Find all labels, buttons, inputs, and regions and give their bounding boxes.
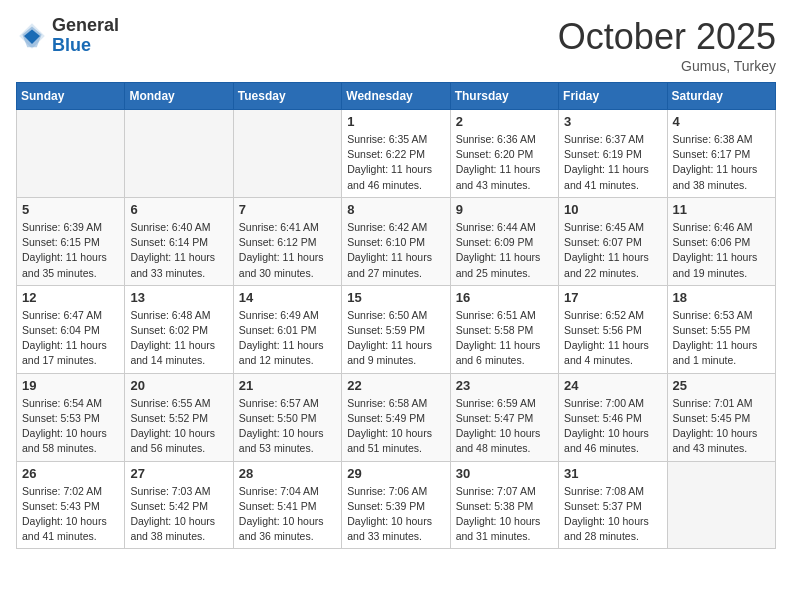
location-subtitle: Gumus, Turkey (558, 58, 776, 74)
day-info: Sunrise: 6:55 AM Sunset: 5:52 PM Dayligh… (130, 396, 227, 457)
calendar-cell: 22Sunrise: 6:58 AM Sunset: 5:49 PM Dayli… (342, 373, 450, 461)
day-info: Sunrise: 6:45 AM Sunset: 6:07 PM Dayligh… (564, 220, 661, 281)
weekday-header-friday: Friday (559, 83, 667, 110)
day-number: 18 (673, 290, 770, 305)
calendar-cell: 12Sunrise: 6:47 AM Sunset: 6:04 PM Dayli… (17, 285, 125, 373)
day-number: 16 (456, 290, 553, 305)
day-number: 5 (22, 202, 119, 217)
calendar-cell: 3Sunrise: 6:37 AM Sunset: 6:19 PM Daylig… (559, 110, 667, 198)
day-info: Sunrise: 6:42 AM Sunset: 6:10 PM Dayligh… (347, 220, 444, 281)
day-number: 22 (347, 378, 444, 393)
day-number: 19 (22, 378, 119, 393)
day-info: Sunrise: 7:08 AM Sunset: 5:37 PM Dayligh… (564, 484, 661, 545)
calendar-cell: 4Sunrise: 6:38 AM Sunset: 6:17 PM Daylig… (667, 110, 775, 198)
day-info: Sunrise: 6:40 AM Sunset: 6:14 PM Dayligh… (130, 220, 227, 281)
day-number: 12 (22, 290, 119, 305)
calendar-cell: 19Sunrise: 6:54 AM Sunset: 5:53 PM Dayli… (17, 373, 125, 461)
week-row-4: 19Sunrise: 6:54 AM Sunset: 5:53 PM Dayli… (17, 373, 776, 461)
day-number: 9 (456, 202, 553, 217)
day-info: Sunrise: 6:36 AM Sunset: 6:20 PM Dayligh… (456, 132, 553, 193)
day-info: Sunrise: 6:38 AM Sunset: 6:17 PM Dayligh… (673, 132, 770, 193)
day-number: 8 (347, 202, 444, 217)
calendar-cell: 2Sunrise: 6:36 AM Sunset: 6:20 PM Daylig… (450, 110, 558, 198)
week-row-3: 12Sunrise: 6:47 AM Sunset: 6:04 PM Dayli… (17, 285, 776, 373)
logo-text: General Blue (52, 16, 119, 56)
day-number: 4 (673, 114, 770, 129)
weekday-header-row: SundayMondayTuesdayWednesdayThursdayFrid… (17, 83, 776, 110)
day-info: Sunrise: 6:53 AM Sunset: 5:55 PM Dayligh… (673, 308, 770, 369)
calendar-cell (667, 461, 775, 549)
week-row-1: 1Sunrise: 6:35 AM Sunset: 6:22 PM Daylig… (17, 110, 776, 198)
day-info: Sunrise: 6:50 AM Sunset: 5:59 PM Dayligh… (347, 308, 444, 369)
weekday-header-saturday: Saturday (667, 83, 775, 110)
calendar-cell: 31Sunrise: 7:08 AM Sunset: 5:37 PM Dayli… (559, 461, 667, 549)
day-number: 7 (239, 202, 336, 217)
day-number: 31 (564, 466, 661, 481)
calendar-cell: 16Sunrise: 6:51 AM Sunset: 5:58 PM Dayli… (450, 285, 558, 373)
calendar-cell: 8Sunrise: 6:42 AM Sunset: 6:10 PM Daylig… (342, 197, 450, 285)
day-info: Sunrise: 6:39 AM Sunset: 6:15 PM Dayligh… (22, 220, 119, 281)
calendar-cell: 25Sunrise: 7:01 AM Sunset: 5:45 PM Dayli… (667, 373, 775, 461)
day-number: 2 (456, 114, 553, 129)
calendar-cell (125, 110, 233, 198)
day-number: 29 (347, 466, 444, 481)
day-number: 25 (673, 378, 770, 393)
calendar-cell: 28Sunrise: 7:04 AM Sunset: 5:41 PM Dayli… (233, 461, 341, 549)
day-info: Sunrise: 6:52 AM Sunset: 5:56 PM Dayligh… (564, 308, 661, 369)
logo-icon (16, 20, 48, 52)
day-number: 27 (130, 466, 227, 481)
calendar-cell: 27Sunrise: 7:03 AM Sunset: 5:42 PM Dayli… (125, 461, 233, 549)
title-block: October 2025 Gumus, Turkey (558, 16, 776, 74)
calendar-cell: 15Sunrise: 6:50 AM Sunset: 5:59 PM Dayli… (342, 285, 450, 373)
day-number: 6 (130, 202, 227, 217)
day-info: Sunrise: 6:59 AM Sunset: 5:47 PM Dayligh… (456, 396, 553, 457)
day-info: Sunrise: 6:44 AM Sunset: 6:09 PM Dayligh… (456, 220, 553, 281)
calendar-cell: 21Sunrise: 6:57 AM Sunset: 5:50 PM Dayli… (233, 373, 341, 461)
day-number: 15 (347, 290, 444, 305)
calendar-cell (233, 110, 341, 198)
calendar-cell: 9Sunrise: 6:44 AM Sunset: 6:09 PM Daylig… (450, 197, 558, 285)
weekday-header-monday: Monday (125, 83, 233, 110)
day-info: Sunrise: 7:00 AM Sunset: 5:46 PM Dayligh… (564, 396, 661, 457)
calendar-cell: 10Sunrise: 6:45 AM Sunset: 6:07 PM Dayli… (559, 197, 667, 285)
day-info: Sunrise: 6:41 AM Sunset: 6:12 PM Dayligh… (239, 220, 336, 281)
day-info: Sunrise: 7:03 AM Sunset: 5:42 PM Dayligh… (130, 484, 227, 545)
day-info: Sunrise: 6:37 AM Sunset: 6:19 PM Dayligh… (564, 132, 661, 193)
calendar-cell: 17Sunrise: 6:52 AM Sunset: 5:56 PM Dayli… (559, 285, 667, 373)
day-info: Sunrise: 6:47 AM Sunset: 6:04 PM Dayligh… (22, 308, 119, 369)
day-info: Sunrise: 6:49 AM Sunset: 6:01 PM Dayligh… (239, 308, 336, 369)
logo-general: General (52, 16, 119, 36)
day-info: Sunrise: 6:35 AM Sunset: 6:22 PM Dayligh… (347, 132, 444, 193)
day-number: 20 (130, 378, 227, 393)
day-number: 21 (239, 378, 336, 393)
day-info: Sunrise: 6:58 AM Sunset: 5:49 PM Dayligh… (347, 396, 444, 457)
day-number: 14 (239, 290, 336, 305)
day-number: 10 (564, 202, 661, 217)
logo: General Blue (16, 16, 119, 56)
weekday-header-wednesday: Wednesday (342, 83, 450, 110)
calendar-cell: 26Sunrise: 7:02 AM Sunset: 5:43 PM Dayli… (17, 461, 125, 549)
month-title: October 2025 (558, 16, 776, 58)
day-info: Sunrise: 6:54 AM Sunset: 5:53 PM Dayligh… (22, 396, 119, 457)
day-number: 17 (564, 290, 661, 305)
calendar-cell: 5Sunrise: 6:39 AM Sunset: 6:15 PM Daylig… (17, 197, 125, 285)
calendar-cell: 24Sunrise: 7:00 AM Sunset: 5:46 PM Dayli… (559, 373, 667, 461)
calendar-cell: 14Sunrise: 6:49 AM Sunset: 6:01 PM Dayli… (233, 285, 341, 373)
day-info: Sunrise: 7:04 AM Sunset: 5:41 PM Dayligh… (239, 484, 336, 545)
day-number: 28 (239, 466, 336, 481)
day-number: 24 (564, 378, 661, 393)
day-number: 13 (130, 290, 227, 305)
calendar-cell: 6Sunrise: 6:40 AM Sunset: 6:14 PM Daylig… (125, 197, 233, 285)
logo-blue: Blue (52, 36, 119, 56)
day-number: 23 (456, 378, 553, 393)
calendar-cell: 13Sunrise: 6:48 AM Sunset: 6:02 PM Dayli… (125, 285, 233, 373)
day-number: 1 (347, 114, 444, 129)
calendar-cell: 20Sunrise: 6:55 AM Sunset: 5:52 PM Dayli… (125, 373, 233, 461)
weekday-header-thursday: Thursday (450, 83, 558, 110)
page-header: General Blue October 2025 Gumus, Turkey (16, 16, 776, 74)
weekday-header-sunday: Sunday (17, 83, 125, 110)
calendar-cell (17, 110, 125, 198)
calendar-cell: 29Sunrise: 7:06 AM Sunset: 5:39 PM Dayli… (342, 461, 450, 549)
calendar-cell: 1Sunrise: 6:35 AM Sunset: 6:22 PM Daylig… (342, 110, 450, 198)
calendar-cell: 23Sunrise: 6:59 AM Sunset: 5:47 PM Dayli… (450, 373, 558, 461)
